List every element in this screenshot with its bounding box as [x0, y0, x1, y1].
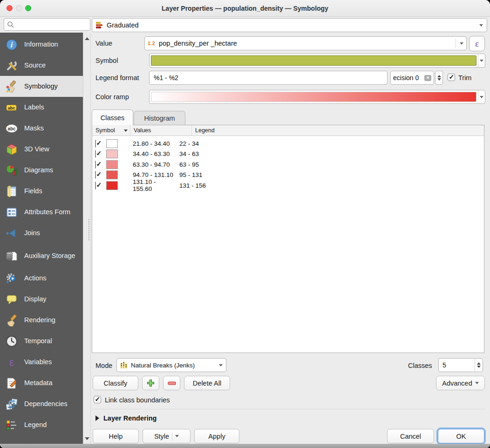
- sidebar-item-diagrams[interactable]: Diagrams: [0, 160, 83, 181]
- search-input[interactable]: [4, 18, 90, 31]
- chevron-down-icon: [480, 96, 483, 98]
- class-row[interactable]: 21.80 - 34.40 22 - 34: [92, 138, 484, 149]
- window-title: Layer Properties — population_density — …: [47, 0, 443, 17]
- precision-spinbox[interactable]: ecision 0 ✕: [390, 71, 434, 85]
- render-brush-icon: [5, 314, 18, 327]
- renderer-type-dropdown[interactable]: Graduated: [92, 18, 487, 32]
- mode-label: Mode: [95, 362, 112, 369]
- class-visibility-checkbox[interactable]: [95, 150, 96, 158]
- class-color-swatch[interactable]: [106, 181, 118, 190]
- sidebar-item-actions[interactable]: Actions: [0, 268, 83, 289]
- sidebar-item-rendering[interactable]: Rendering: [0, 310, 83, 331]
- sidebar-item-dependencies[interactable]: Dependencies: [0, 394, 83, 414]
- color-ramp-dropdown-arrow[interactable]: [478, 90, 485, 103]
- delete-all-button[interactable]: Delete All: [184, 376, 230, 390]
- link-class-boundaries-checkbox[interactable]: [94, 396, 101, 403]
- clear-value-icon[interactable]: ✕: [424, 75, 431, 81]
- close-window-button[interactable]: [7, 5, 13, 11]
- step-down-icon[interactable]: [437, 78, 441, 81]
- classify-button[interactable]: Classify: [93, 376, 138, 390]
- zoom-window-button[interactable]: [25, 5, 31, 11]
- class-values: 63.30 - 94.70: [118, 161, 177, 168]
- sidebar-item-legend[interactable]: Legend: [0, 414, 83, 435]
- class-visibility-checkbox[interactable]: [95, 161, 96, 169]
- class-visibility-checkbox[interactable]: [95, 140, 96, 148]
- help-button[interactable]: Help: [93, 429, 139, 443]
- minimize-window-button[interactable]: [16, 5, 22, 11]
- class-color-swatch[interactable]: [106, 149, 118, 158]
- database-page-icon: [5, 249, 18, 262]
- svg-text:abc: abc: [8, 105, 15, 110]
- tab-histogram[interactable]: Histogram: [134, 111, 185, 125]
- chevron-down-icon: [479, 24, 483, 27]
- step-up-icon[interactable]: [477, 362, 481, 365]
- sidebar-item-symbology[interactable]: Symbology: [0, 76, 83, 97]
- sidebar-item-joins[interactable]: Joins: [0, 223, 83, 244]
- sidebar-item-source[interactable]: Source: [0, 55, 83, 76]
- class-visibility-checkbox[interactable]: [95, 171, 96, 179]
- chevron-down-icon: [475, 382, 479, 384]
- sidebar-item-variables[interactable]: ε Variables: [0, 352, 83, 373]
- sidebar-item-attributes-form[interactable]: Attributes Form: [0, 202, 83, 223]
- expression-builder-button[interactable]: ε: [469, 36, 485, 51]
- sidebar-item-masks[interactable]: abc Masks: [0, 118, 83, 139]
- classes-count-value: 5: [439, 361, 475, 369]
- column-header-values[interactable]: Values: [130, 125, 192, 136]
- classes-count-spinbox[interactable]: 5: [438, 358, 483, 372]
- class-row[interactable]: 34.40 - 63.30 34 - 63: [92, 149, 484, 160]
- column-header-symbol[interactable]: Symbol: [92, 125, 130, 136]
- properties-sidebar: i Information Source Symbology abc Label…: [0, 33, 83, 444]
- step-down-icon[interactable]: [477, 366, 481, 368]
- scroll-up-icon[interactable]: [85, 37, 89, 40]
- advanced-button[interactable]: Advanced: [436, 376, 485, 390]
- ok-button[interactable]: OK: [438, 429, 484, 443]
- abc-label-icon: abc: [5, 101, 18, 114]
- trim-checkbox[interactable]: [448, 74, 455, 81]
- splitter-handle[interactable]: [88, 219, 90, 240]
- search-icon: [7, 21, 14, 28]
- mode-dropdown[interactable]: Natural Breaks (Jenks): [116, 358, 226, 372]
- symbol-dropdown-arrow[interactable]: [478, 54, 485, 67]
- gear-play-icon: [5, 272, 18, 285]
- sidebar-item-temporal[interactable]: Temporal: [0, 331, 83, 352]
- sort-descending-icon: [124, 129, 128, 132]
- svg-text:ε: ε: [9, 356, 14, 368]
- pie-chart-icon: [5, 164, 18, 177]
- cancel-button[interactable]: Cancel: [387, 429, 434, 443]
- legend-list-icon: [5, 419, 18, 432]
- sidebar-item-metadata[interactable]: Metadata: [0, 373, 83, 394]
- graduated-renderer-icon: [96, 21, 103, 29]
- sidebar-item-labels[interactable]: abc Labels: [0, 97, 83, 118]
- sidebar-item-information[interactable]: i Information: [0, 34, 83, 55]
- class-color-swatch[interactable]: [106, 139, 118, 148]
- color-ramp-button[interactable]: [149, 90, 485, 104]
- symbol-button[interactable]: [149, 54, 485, 68]
- decimal-field-type-icon: 1.2: [148, 41, 155, 46]
- sidebar-item-auxiliary-storage[interactable]: Auxiliary Storage: [0, 244, 83, 268]
- class-visibility-checkbox[interactable]: [95, 182, 96, 190]
- remove-class-button[interactable]: [163, 376, 180, 390]
- column-header-legend[interactable]: Legend: [192, 125, 484, 136]
- class-color-swatch[interactable]: [106, 160, 118, 169]
- class-row[interactable]: 131.10 - 155.60 131 - 156: [92, 180, 484, 191]
- apply-button[interactable]: Apply: [194, 429, 239, 443]
- legend-format-input[interactable]: %1 - %2: [149, 71, 388, 85]
- add-class-button[interactable]: [142, 376, 159, 390]
- class-row[interactable]: 63.30 - 94.70 63 - 95: [92, 159, 484, 170]
- tab-classes[interactable]: Classes: [92, 109, 133, 125]
- class-values: 34.40 - 63.30: [118, 150, 177, 157]
- style-button[interactable]: Style: [143, 429, 191, 443]
- sidebar-item-display[interactable]: Display: [0, 289, 83, 310]
- value-field-dropdown[interactable]: 1.2 pop_density_per _hectare: [144, 36, 467, 50]
- color-ramp-label: Color ramp: [95, 93, 129, 101]
- precision-stepper[interactable]: [435, 71, 443, 85]
- classes-count-stepper[interactable]: [475, 359, 483, 372]
- class-color-swatch[interactable]: [106, 170, 118, 179]
- layer-rendering-section[interactable]: Layer Rendering: [95, 414, 157, 422]
- sidebar-item-fields[interactable]: Fields: [0, 181, 83, 202]
- document-pencil-icon: [5, 377, 18, 390]
- sidebar-item-3d-view[interactable]: 3D View: [0, 139, 83, 160]
- epsilon-icon: ε: [5, 356, 18, 369]
- step-up-icon[interactable]: [437, 75, 441, 77]
- scroll-down-icon[interactable]: [85, 437, 89, 440]
